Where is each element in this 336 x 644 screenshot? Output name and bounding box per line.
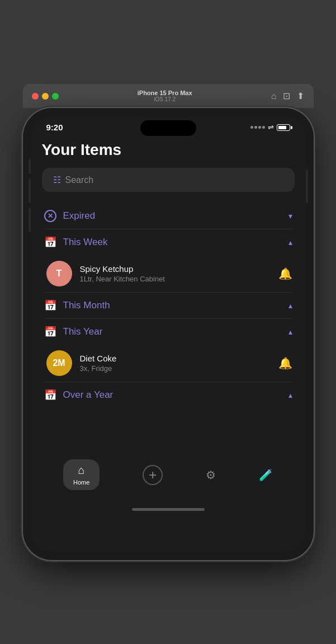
battery-icon bbox=[277, 124, 290, 131]
search-bar[interactable]: ☷ Search bbox=[42, 168, 295, 192]
item-name-diet-coke: Diet Coke bbox=[80, 354, 271, 363]
over-a-year-chevron: ▴ bbox=[288, 391, 292, 399]
section-header-left-this-month: 📅 This Month bbox=[44, 299, 110, 312]
over-a-year-label: Over a Year bbox=[63, 389, 113, 401]
signal-dots bbox=[250, 126, 265, 129]
nav-add[interactable]: + bbox=[143, 465, 163, 485]
section-header-left-this-year: 📅 This Year bbox=[44, 326, 103, 338]
status-bar: 9:20 ⇌ bbox=[31, 116, 306, 132]
screenshot-toolbar-icon[interactable]: ⊡ bbox=[283, 91, 290, 101]
this-year-calendar-icon: 📅 bbox=[44, 326, 56, 338]
this-month-chevron: ▴ bbox=[288, 301, 292, 310]
over-a-year-calendar-icon: 📅 bbox=[44, 389, 56, 401]
this-month-label: This Month bbox=[63, 300, 110, 311]
section-header-this-year[interactable]: 📅 This Year ▴ bbox=[42, 319, 295, 345]
bell-icon-diet-coke[interactable]: 🔔 bbox=[278, 356, 292, 370]
home-bar bbox=[132, 508, 205, 511]
expired-icon: ✕ bbox=[44, 210, 56, 222]
item-avatar-spicy-ketchup: T bbox=[46, 261, 72, 286]
settings-nav-icon: ⚙ bbox=[206, 468, 216, 482]
this-year-chevron: ▴ bbox=[288, 327, 292, 336]
toolbar-icons: ⌂ ⊡ ⬆ bbox=[271, 91, 305, 101]
nav-home[interactable]: ⌂ Home bbox=[63, 459, 100, 490]
home-toolbar-icon[interactable]: ⌂ bbox=[271, 91, 277, 101]
app-content: Your Items ☷ Search ✕ Expired ▾ bbox=[31, 132, 306, 408]
search-text: Search bbox=[65, 175, 94, 185]
status-icons: ⇌ bbox=[250, 123, 290, 131]
status-time: 9:20 bbox=[46, 123, 63, 132]
item-diet-coke[interactable]: 2M Diet Coke 3x, Fridge 🔔 bbox=[42, 345, 295, 382]
item-spicy-ketchup[interactable]: T Spicy Ketchup 1Ltr, Near Kitchen Cabin… bbox=[42, 255, 295, 292]
expired-label: Expired bbox=[63, 210, 96, 222]
item-avatar-diet-coke: 2M bbox=[46, 350, 72, 376]
bottom-nav: ⌂ Home + ⚙ 🧪 bbox=[31, 453, 306, 504]
phone-screen: 9:20 ⇌ Your Items bbox=[31, 116, 306, 552]
item-name-spicy-ketchup: Spicy Ketchup bbox=[80, 264, 271, 274]
expired-chevron: ▾ bbox=[288, 211, 292, 220]
section-header-over-a-year[interactable]: 📅 Over a Year ▴ bbox=[42, 382, 295, 408]
section-header-left-expired: ✕ Expired bbox=[44, 210, 96, 222]
nav-settings[interactable]: ⚙ bbox=[206, 468, 216, 482]
dynamic-island bbox=[140, 120, 196, 136]
this-week-chevron: ▴ bbox=[288, 238, 292, 247]
device-os: iOS 17.2 bbox=[138, 96, 192, 102]
item-info-spicy-ketchup: Spicy Ketchup 1Ltr, Near Kitchen Cabinet bbox=[80, 264, 271, 283]
home-nav-icon: ⌂ bbox=[78, 464, 85, 477]
section-header-expired[interactable]: ✕ Expired ▾ bbox=[42, 203, 295, 229]
home-indicator bbox=[31, 504, 306, 518]
scan-nav-icon: 🧪 bbox=[259, 468, 273, 482]
item-info-diet-coke: Diet Coke 3x, Fridge bbox=[80, 354, 271, 373]
this-week-label: This Week bbox=[63, 237, 108, 248]
volume-buttons bbox=[29, 158, 31, 232]
nav-scan[interactable]: 🧪 bbox=[259, 468, 273, 482]
item-detail-diet-coke: 3x, Fridge bbox=[80, 364, 271, 373]
wifi-icon: ⇌ bbox=[268, 123, 274, 131]
maximize-button[interactable] bbox=[52, 93, 59, 100]
this-week-calendar-icon: 📅 bbox=[44, 236, 56, 248]
this-year-label: This Year bbox=[63, 326, 103, 337]
home-nav-label: Home bbox=[73, 479, 89, 486]
device-name: iPhone 15 Pro Max bbox=[138, 90, 192, 96]
close-button[interactable] bbox=[32, 93, 39, 100]
search-icon: ☷ bbox=[53, 175, 61, 185]
traffic-lights bbox=[32, 93, 59, 100]
section-header-this-week[interactable]: 📅 This Week ▴ bbox=[42, 229, 295, 255]
section-header-left-this-week: 📅 This Week bbox=[44, 236, 108, 248]
item-detail-spicy-ketchup: 1Ltr, Near Kitchen Cabinet bbox=[80, 275, 271, 283]
share-toolbar-icon[interactable]: ⬆ bbox=[297, 91, 304, 101]
power-button bbox=[306, 170, 308, 203]
add-nav-icon: + bbox=[143, 465, 163, 485]
this-month-calendar-icon: 📅 bbox=[44, 299, 56, 312]
bell-icon-spicy-ketchup[interactable]: 🔔 bbox=[278, 267, 292, 280]
section-header-this-month[interactable]: 📅 This Month ▴ bbox=[42, 293, 295, 318]
minimize-button[interactable] bbox=[42, 93, 49, 100]
page-title: Your Items bbox=[42, 141, 295, 159]
device-info: iPhone 15 Pro Max iOS 17.2 bbox=[138, 90, 192, 102]
section-header-left-over-a-year: 📅 Over a Year bbox=[44, 389, 113, 401]
